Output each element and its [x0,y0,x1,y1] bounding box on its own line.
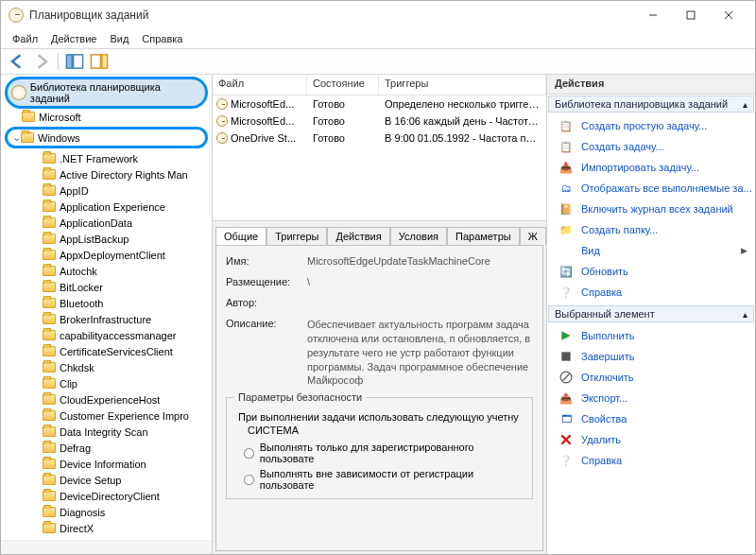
action-item[interactable]: Удалить [547,429,755,450]
tree-item-microsoft[interactable]: Microsoft [1,109,212,125]
tab-triggers[interactable]: Триггеры [266,227,327,245]
close-button[interactable] [710,2,747,28]
action-item[interactable]: Выполнить [547,325,755,346]
tree-item[interactable]: DeviceDirectoryClient [9,488,212,504]
forward-button[interactable] [31,51,52,72]
menu-view[interactable]: Вид [104,31,134,46]
tree-root-highlight[interactable]: Библиотека планировщика заданий [5,77,208,109]
svg-rect-7 [102,55,108,68]
action-item[interactable]: 📋Создать простую задачу... [547,115,755,136]
action-item[interactable]: 🗔Свойства [547,408,755,429]
toolbar-separator [58,53,59,70]
collapse-icon: ▴ [743,309,747,320]
action-item[interactable]: 📁Создать папку... [547,219,755,240]
tree-item[interactable]: Application Experience [9,199,212,215]
detail-author-value [307,297,533,308]
tree-item[interactable]: BrokerInfrastructure [9,311,212,327]
svg-rect-4 [66,55,72,68]
action-item[interactable]: ❔Справка [547,450,755,471]
actions-group-selected[interactable]: Выбранный элемент▴ [548,305,754,322]
action-item[interactable]: Завершить [547,346,755,367]
menu-bar: Файл Действие Вид Справка [1,29,755,48]
actions-group-library[interactable]: Библиотека планировщика заданий▴ [548,95,754,113]
show-hide-actions-button[interactable] [89,51,110,72]
task-name: OneDrive St... [231,132,296,144]
action-label: Экспорт... [581,392,627,404]
tree-item[interactable]: Device Setup [9,472,212,488]
show-hide-tree-button[interactable] [64,51,85,72]
action-icon: 📥 [558,160,574,175]
col-state[interactable]: Состояние [307,75,379,95]
tree-item[interactable]: DirectX [9,520,212,536]
tree-item[interactable]: Active Directory Rights Man [9,166,212,182]
folder-icon [43,523,56,533]
tree-item[interactable]: capabilityaccessmanager [9,327,212,343]
action-item[interactable]: 🔄Обновить [547,261,755,282]
tree-item[interactable]: Customer Experience Impro [9,408,212,424]
radio-label: Выполнять вне зависимости от регистрации… [260,468,524,491]
title-bar: Планировщик заданий [1,1,755,29]
maximize-button[interactable] [672,2,710,28]
col-file[interactable]: Файл [213,75,307,95]
col-triggers[interactable]: Триггеры [379,75,546,95]
task-row[interactable]: OneDrive St...ГотовоВ 9:00 01.05.1992 - … [213,130,546,147]
security-legend: Параметры безопасности [234,391,366,403]
tree-item[interactable]: AppxDeploymentClient [9,247,212,263]
tree-item[interactable]: Clip [9,375,212,391]
actions-list-2: ВыполнитьЗавершитьОтключить📤Экспорт...🗔С… [547,323,755,473]
tree-label: capabilityaccessmanager [60,330,177,341]
tree-item[interactable]: Chkdsk [9,359,212,375]
task-trigger: Определено несколько триггеров [379,98,546,110]
task-columns: Файл Состояние Триггеры [213,75,546,95]
task-row[interactable]: MicrosoftEd...ГотовоВ 16:06 каждый день … [213,113,546,130]
tree-item[interactable]: ApplicationData [9,215,212,231]
action-item[interactable]: Отключить [547,367,755,388]
action-icon: 📔 [558,201,574,217]
menu-help[interactable]: Справка [136,31,188,46]
tree-item[interactable]: CertificateServicesClient [9,343,212,359]
tree-item[interactable]: AppListBackup [9,231,212,247]
minimize-button[interactable] [634,2,672,28]
task-row[interactable]: MicrosoftEd...ГотовоОпределено несколько… [213,95,546,113]
action-label: Включить журнал всех заданий [581,203,733,215]
tree-item[interactable]: Data Integrity Scan [9,424,212,440]
menu-action[interactable]: Действие [45,31,102,46]
tree-item[interactable]: AppID [9,182,212,199]
action-item[interactable]: 🗂Отображать все выполняемые за... [547,178,755,199]
tree-item[interactable]: Device Information [9,456,212,472]
action-icon [558,243,574,258]
action-icon [558,432,574,447]
action-item[interactable]: Вид▶ [547,240,755,261]
action-item[interactable]: 📔Включить журнал всех заданий [547,199,755,219]
tab-actions[interactable]: Действия [327,227,389,245]
tree-item[interactable]: Defrag [9,440,212,456]
tree-item[interactable]: .NET Framework [9,150,212,166]
action-item[interactable]: 📤Экспорт... [547,388,755,408]
svg-rect-1 [687,11,695,19]
tree-label: Bluetooth [60,298,103,309]
tree-item[interactable]: Autochk [9,263,212,279]
menu-file[interactable]: Файл [7,31,43,46]
tree-item[interactable]: CloudExperienceHost [9,391,212,408]
action-label: Вид [581,245,600,256]
back-button[interactable] [7,51,27,72]
action-item[interactable]: 📥Импортировать задачу... [547,157,755,178]
radio-logged-on[interactable]: Выполнять только для зарегистрированного… [244,442,524,464]
radio-any[interactable]: Выполнять вне зависимости от регистрации… [244,468,524,491]
action-item[interactable]: ❔Справка [547,282,755,303]
tree-item[interactable]: BitLocker [9,279,212,295]
action-item[interactable]: 📋Создать задачу... [547,136,755,157]
action-icon: 📋 [558,118,574,133]
tree-label: AppxDeploymentClient [60,250,165,261]
folder-icon [43,169,56,180]
tree-item[interactable]: Diagnosis [9,504,212,520]
tree-item[interactable]: Bluetooth [9,295,212,311]
tab-general[interactable]: Общие [215,227,266,245]
expander-icon[interactable]: ⌄ [11,131,21,144]
tab-journal[interactable]: Ж [520,227,546,245]
tab-settings[interactable]: Параметры [447,227,520,245]
security-fieldset: Параметры безопасности При выполнении за… [226,397,533,499]
folder-icon [43,507,56,517]
tree-windows-highlight[interactable]: ⌄ Windows [5,127,208,148]
tab-conditions[interactable]: Условия [390,227,447,245]
